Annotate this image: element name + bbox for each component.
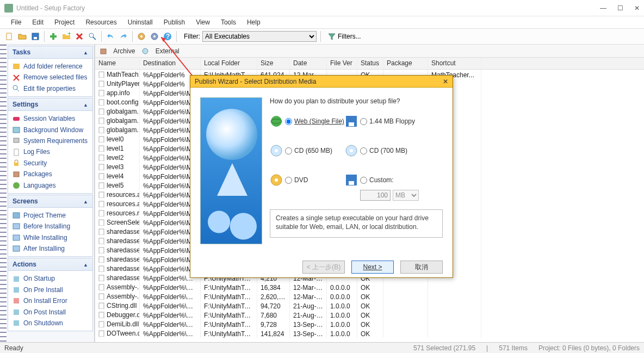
screens-while[interactable]: While Installing (11, 232, 89, 243)
svg-rect-60 (99, 284, 104, 290)
svg-rect-59 (99, 275, 104, 281)
task-add-folder[interactable]: Add folder reference (11, 61, 89, 72)
actions-post-install[interactable]: On Post Install (11, 307, 89, 318)
radio-custom[interactable] (360, 177, 367, 184)
svg-rect-45 (99, 146, 104, 152)
close-button[interactable]: ✕ (634, 4, 640, 12)
settings-packages[interactable]: Packages (11, 169, 89, 179)
radio-cd650[interactable] (285, 147, 292, 154)
option-custom[interactable]: Custom: (360, 176, 425, 184)
next-button[interactable]: Next > (351, 261, 394, 274)
header-status[interactable]: Status (357, 58, 383, 69)
menu-help[interactable]: Help (243, 17, 265, 27)
screens-before[interactable]: Before Installing (11, 221, 89, 232)
build-button[interactable] (135, 30, 147, 42)
minimize-button[interactable]: — (600, 4, 606, 12)
add-folder-button[interactable]: + (60, 30, 72, 42)
filters-button[interactable]: Filters... (325, 30, 364, 42)
publish-button[interactable] (148, 30, 160, 42)
table-row[interactable]: CString.dll%AppFolder%\Mat...F:\UnityMat… (95, 301, 644, 310)
header-file-ver[interactable]: File Ver (327, 58, 357, 69)
filter-select[interactable]: All Executables (202, 31, 317, 42)
save-button[interactable] (29, 30, 41, 42)
actions-shutdown[interactable]: On Shutdown (11, 318, 89, 329)
screens-theme[interactable]: Project Theme (11, 210, 89, 221)
file-icon (98, 302, 105, 309)
new-button[interactable] (3, 30, 15, 42)
menu-project[interactable]: Project (50, 17, 79, 27)
open-button[interactable] (16, 30, 28, 42)
menu-edit[interactable]: Edit (28, 17, 48, 27)
header-name[interactable]: Name (95, 58, 140, 69)
menu-file[interactable]: File (7, 17, 26, 27)
table-row[interactable]: DemiLib.dll%AppFolder%\Mat...F:\UnityMat… (95, 319, 644, 329)
search-button[interactable] (86, 30, 98, 42)
actions-startup[interactable]: On Startup (11, 273, 89, 284)
help-button[interactable]: ? (162, 30, 174, 42)
dvd-icon (270, 174, 283, 187)
table-row[interactable]: Debugger.dll%AppFolder%\Mat...F:\UnityMa… (95, 310, 644, 319)
dialog-close-button[interactable]: ✕ (443, 78, 448, 85)
svg-point-66 (271, 116, 282, 127)
option-dvd[interactable]: DVD (285, 176, 345, 184)
table-row[interactable]: Assembly-...%AppFolder%\Mat...F:\UnityMa… (95, 292, 644, 301)
svg-rect-20 (13, 127, 20, 133)
svg-rect-53 (99, 220, 104, 226)
panel-actions: Actions On Startup On Pre Install On Ins… (8, 258, 93, 331)
add-button[interactable] (47, 30, 59, 42)
undo-button[interactable] (104, 30, 116, 42)
option-cd700[interactable]: CD (700 MB) (360, 147, 425, 154)
option-web[interactable]: Web (Single File) (285, 117, 345, 125)
header-package[interactable]: Package (383, 58, 428, 69)
radio-web[interactable] (285, 118, 292, 125)
header-date[interactable]: Date (290, 58, 327, 69)
menu-publish[interactable]: Publish (159, 17, 189, 27)
table-row[interactable]: Assembly-...%AppFolder%\Mat...F:\UnityMa… (95, 282, 644, 292)
menu-uninstall[interactable]: Uninstall (123, 17, 157, 27)
option-floppy[interactable]: 1.44 MB Floppy (360, 117, 425, 125)
task-remove-files[interactable]: Remove selected files (11, 72, 89, 83)
actions-install-error[interactable]: On Install Error (11, 295, 89, 306)
option-cd650[interactable]: CD (650 MB) (285, 147, 345, 154)
radio-floppy[interactable] (360, 118, 367, 125)
file-icon (98, 265, 105, 272)
header-size[interactable]: Size (257, 58, 290, 69)
header-shortcut[interactable]: Shortcut (428, 58, 481, 69)
file-icon (98, 219, 105, 226)
settings-security[interactable]: Security (11, 158, 89, 169)
radio-cd700[interactable] (360, 147, 367, 154)
table-row[interactable]: DOTween.dll%AppFolder%\Mat...F:\UnityMat… (95, 329, 644, 338)
dialog-titlebar[interactable]: Publish Wizard - Select Distribution Med… (190, 76, 453, 88)
custom-unit-select[interactable]: MB (393, 190, 419, 201)
file-icon (98, 191, 105, 198)
task-edit-props[interactable]: Edit file properties (11, 83, 89, 94)
cancel-button[interactable]: 取消 (400, 261, 443, 274)
settings-session-vars[interactable]: Session Variables (11, 113, 89, 124)
option-description: Creates a single setup executable on you… (270, 209, 443, 238)
screens-after[interactable]: After Installing (11, 243, 89, 254)
svg-rect-54 (99, 229, 104, 235)
actions-pre-install[interactable]: On Pre Install (11, 284, 89, 295)
status-ready: Ready (4, 344, 23, 352)
settings-sys-req[interactable]: System Requirements (11, 135, 89, 146)
custom-size-input[interactable] (360, 190, 391, 201)
radio-dvd[interactable] (285, 177, 292, 184)
header-local-folder[interactable]: Local Folder (201, 58, 257, 69)
tab-archive[interactable]: Archive (100, 47, 135, 55)
settings-bg-window[interactable]: Background Window (11, 125, 89, 135)
menu-view[interactable]: View (191, 17, 214, 27)
settings-log-files[interactable]: Log Files (11, 146, 89, 157)
file-icon (98, 127, 105, 133)
menu-tools[interactable]: Tools (216, 17, 240, 27)
svg-rect-42 (99, 118, 104, 124)
publish-wizard-dialog: Publish Wizard - Select Distribution Med… (190, 75, 453, 278)
file-icon (98, 117, 105, 124)
tab-external[interactable]: External (141, 47, 179, 55)
header-destination[interactable]: Destination (140, 58, 201, 69)
menu-resources[interactable]: Resources (81, 17, 121, 27)
remove-button[interactable] (73, 30, 85, 42)
file-icon (98, 256, 105, 263)
maximize-button[interactable]: ☐ (617, 4, 623, 12)
settings-languages[interactable]: Languages (11, 180, 89, 191)
redo-button[interactable] (117, 30, 129, 42)
